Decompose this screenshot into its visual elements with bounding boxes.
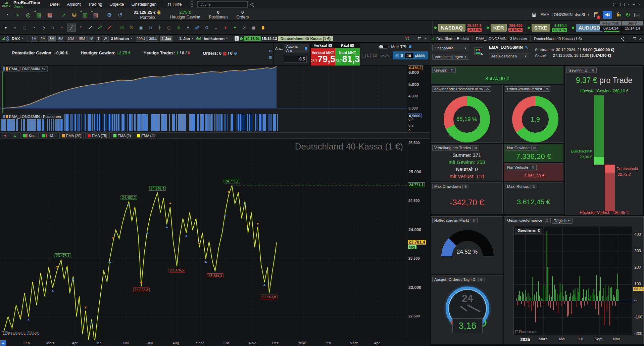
maximize-report-icon[interactable] <box>633 37 636 40</box>
timeframe-10m[interactable]: 10M <box>66 36 76 42</box>
ai-sell-icon[interactable]: Ⓐ <box>118 24 127 32</box>
extend-icon[interactable]: ↔ <box>212 24 220 32</box>
new-chart-icon[interactable]: ▨+ <box>34 10 44 19</box>
chart-style-icon[interactable] <box>196 36 201 41</box>
minimize-report-icon[interactable]: – <box>628 37 630 41</box>
unit-30ku[interactable]: 30kU <box>147 36 159 42</box>
legend-ema2[interactable]: EMA (2) <box>111 133 134 138</box>
hline-icon[interactable]: ┼ <box>155 24 164 32</box>
menu-datei[interactable]: Datei <box>46 2 63 7</box>
symbol-selector[interactable]: DAX▼ <box>10 37 25 41</box>
instrument-tab[interactable]: Deutschland 40-Kassa (1 €) <box>278 36 333 41</box>
wrench-icon[interactable]: ⚙ <box>471 219 476 222</box>
stop-value[interactable]: 10 <box>405 53 413 58</box>
wrench-icon[interactable]: ⚙ <box>531 185 535 188</box>
price-up-icon[interactable]: ↗ <box>58 10 68 19</box>
text-icon[interactable]: A <box>184 24 192 32</box>
share-icon[interactable] <box>620 36 625 41</box>
menu-einstellungen[interactable]: Einstellungen <box>128 2 160 7</box>
close-chart-icon[interactable]: × <box>424 36 427 41</box>
lock-icon[interactable] <box>616 12 622 18</box>
wrench-icon[interactable]: ⚙ <box>473 146 477 150</box>
line-grey-icon[interactable] <box>86 24 95 32</box>
minimize-app-icon[interactable]: – <box>633 2 635 7</box>
save-icon[interactable] <box>532 12 537 17</box>
timeframe-15m[interactable]: 15M <box>77 36 87 42</box>
flag-alerts-icon[interactable]: 2 <box>594 12 599 18</box>
qty-input[interactable] <box>284 56 307 62</box>
minimize-chart-icon[interactable]: – <box>413 36 415 41</box>
grid-icon[interactable]: ▦ <box>249 24 258 32</box>
auto-qty-button[interactable]: Autom. Anz <box>285 44 309 53</box>
sync-icon[interactable] <box>405 36 410 41</box>
hand-icon[interactable]: ✋ <box>259 24 267 32</box>
layout-select-icon[interactable] <box>613 3 617 6</box>
link-chart-icon[interactable] <box>6 36 9 41</box>
wrench-icon[interactable]: ⚙ <box>531 146 536 150</box>
fibo-icon[interactable]: ≡F <box>193 24 202 32</box>
wrench-icon[interactable]: ⚙ <box>544 87 548 91</box>
ticker-ker[interactable]: KER296,400-1,10 % <box>485 21 524 35</box>
strategy-selector[interactable]: EMA_LONG3MIN_dynSL▼ <box>541 12 590 17</box>
pin-icon[interactable] <box>628 4 629 5</box>
search-box[interactable] <box>197 1 248 8</box>
order-grid-icon[interactable]: ▦ <box>268 55 272 59</box>
menu-trading[interactable]: Trading <box>84 2 106 7</box>
buy-market-button[interactable]: Kauf MKT 23.781,3 <box>335 48 360 66</box>
period-selector[interactable]: 3 Minuten▼ <box>110 37 134 41</box>
cursor-icon[interactable]: ➤ <box>1 24 10 32</box>
close-app-icon[interactable]: × <box>638 2 641 7</box>
positions-filter-select[interactable]: Alle Positionen▼ <box>489 53 529 59</box>
ticker-stxe[interactable]: STXE5.654,4+0,01 % <box>526 21 568 35</box>
wrench-icon[interactable]: ⚙ <box>485 87 489 91</box>
refresh-icon[interactable]: ↻ <box>626 11 630 18</box>
timeframe-1s[interactable]: 1S <box>87 36 95 42</box>
new-screener-icon[interactable]: ▥+ <box>80 10 90 19</box>
wrench-icon[interactable]: ⚙ <box>544 219 549 222</box>
ticker-nasdaq[interactable]: NASDAQ25.234,3-0,11 % <box>432 21 483 35</box>
preset-select[interactable]: Voreinstellungen▼ <box>432 54 469 60</box>
timeframe-2m[interactable]: 2M <box>39 36 47 42</box>
performance-chart[interactable]: Gewinne: € IT-Finance.com <box>513 226 632 335</box>
new-backtest-icon[interactable]: ▧+ <box>91 10 101 19</box>
positions-legend[interactable]: EMA_LONG3MIN : Positionen <box>1 114 63 119</box>
sound-icon[interactable] <box>603 11 612 19</box>
equity-pane[interactable]: EMA_LONG3MINƒx 6.476,2 6.0005.0004.0003.… <box>0 66 430 113</box>
perf-period-select[interactable]: Täglich▼ <box>552 218 573 224</box>
positions-pane[interactable]: EMA_LONG3MIN : Positionen 0,5000 0,40,20 <box>0 113 430 133</box>
stop-checkbox[interactable] <box>395 54 399 57</box>
segment-icon[interactable]: ╱ <box>67 24 76 32</box>
timeframe-5m[interactable]: 5M <box>57 36 65 42</box>
maximize-chart-icon[interactable] <box>418 37 421 40</box>
diamond-icon[interactable]: ◇ <box>48 24 57 32</box>
help-menu[interactable]: Hilfe <box>163 2 186 7</box>
wrench-icon[interactable]: ⚙ <box>462 185 467 188</box>
timeframe-w[interactable]: W <box>102 36 109 42</box>
edit-strategy-icon[interactable]: ✎ <box>525 45 529 50</box>
wrench-icon[interactable]: ⚙ <box>478 278 483 282</box>
timeframe-3m[interactable]: 3M <box>48 36 56 42</box>
gears-icon[interactable]: ⚙ <box>104 10 114 19</box>
equity-legend[interactable]: EMA_LONG3MINƒx <box>1 66 48 72</box>
legend-ema75[interactable]: EMA (75) <box>85 133 110 138</box>
coins-icon[interactable]: ⛁ <box>69 10 79 19</box>
limit-value[interactable]: 10 <box>370 53 379 58</box>
search-icon[interactable] <box>250 3 253 6</box>
price-chart[interactable]: Deutschland 40-Kassa (1 €) 23.478,124.49… <box>0 139 430 340</box>
legend-ema4[interactable]: EMA (4) <box>135 133 157 138</box>
replay-icon[interactable]: ↺ <box>115 10 125 19</box>
callout-icon[interactable]: ◻ <box>146 24 155 32</box>
menu-objekte[interactable]: Objekte <box>106 2 128 7</box>
unit-1jan[interactable]: 1. Jan <box>160 36 173 42</box>
export-down-icon[interactable]: ▼ <box>1 133 9 138</box>
wrench-icon[interactable]: ⚙ <box>449 69 454 72</box>
alert-line-icon[interactable]: ┅ <box>58 24 66 32</box>
keyboard-icon[interactable] <box>634 13 640 17</box>
zoom-icon[interactable]: ⌕ <box>11 24 19 32</box>
timeframe-t[interactable]: T <box>96 36 101 42</box>
close-report-icon[interactable]: × <box>639 37 641 41</box>
report-config-icon[interactable] <box>474 46 484 57</box>
alerts-chart-icon[interactable]: ◔ <box>2 10 12 19</box>
scroll-left-icon[interactable]: « <box>0 340 6 346</box>
point-icon[interactable]: ° <box>77 24 85 32</box>
